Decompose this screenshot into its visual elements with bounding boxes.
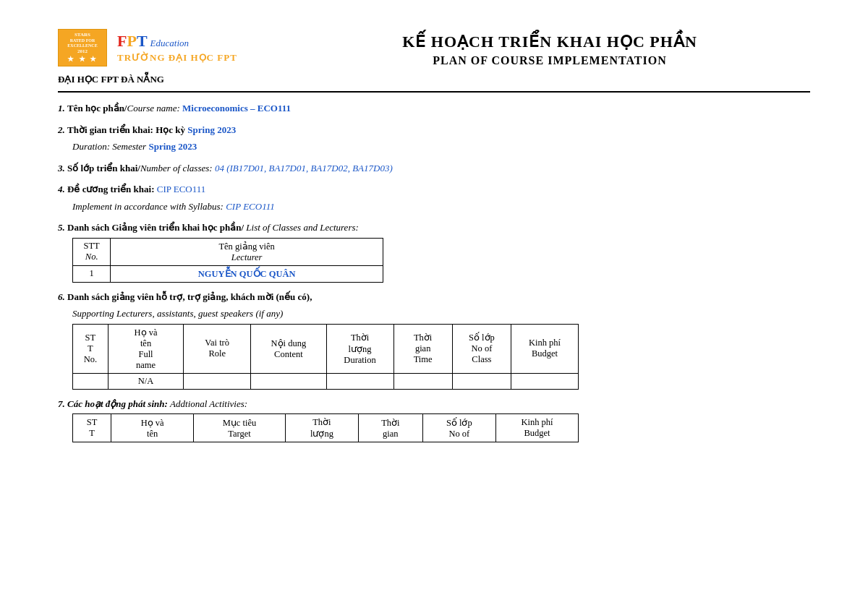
section-5-table-wrap: STT No. Tên giảng viên Lecturer 1 NGUYỄN… — [72, 238, 810, 283]
section-4-line1: 4. Đề cương triển khai: CIP ECO111 — [58, 182, 810, 197]
table-7: STT Họ vàtên Mục tiêuTarget Thờilượng Th… — [72, 413, 579, 442]
s4-num: 4. — [58, 184, 65, 194]
t6-r1-content — [251, 373, 327, 389]
table-5: STT No. Tên giảng viên Lecturer 1 NGUYỄN… — [72, 238, 383, 283]
s2-italic2: : Semester — [107, 141, 149, 152]
section-4-line2: Implement in accordance with Syllabus: C… — [72, 200, 810, 214]
s2-italic: Duration — [72, 141, 107, 152]
section-4: 4. Đề cương triển khai: CIP ECO111 Imple… — [58, 182, 810, 213]
s5-italic: List of Classes and Lecturers: — [244, 222, 359, 233]
s3-num: 3. — [58, 163, 65, 173]
t6-r1-time — [393, 373, 452, 389]
t6-h2: Họ vàtênFullname — [108, 324, 184, 373]
s4-italic: Implement in accordance with Syllabus: — [72, 201, 226, 212]
section-6-table-wrap: STTNo. Họ vàtênFullname Vai tròRole Nội … — [72, 324, 810, 390]
t6-r1-budget — [511, 373, 579, 389]
fpt-edu: Education — [150, 38, 189, 49]
section-1-line: 1. Tên học phần/Course name: Microeconom… — [58, 101, 810, 116]
main-title: KẾ HOẠCH TRIỂN KHAI HỌC PHẦN — [289, 32, 810, 53]
table-row: STT No. Tên giảng viên Lecturer — [73, 238, 383, 265]
t6-h8: Kinh phíBudget — [511, 324, 579, 373]
table-row-1: 1 NGUYỄN QUỐC QUÂN — [73, 265, 383, 282]
fpt-f: F — [117, 32, 127, 51]
s1-value: Microeconomics – ECO111 — [180, 103, 291, 113]
section-7-line: 7. Các hoạt động phát sinh: Addtional Ac… — [58, 397, 810, 411]
title-area: KẾ HOẠCH TRIỂN KHAI HỌC PHẦN PLAN OF COU… — [289, 29, 810, 67]
s1-bold: Tên học phần/ — [67, 103, 127, 113]
section-2-line2: Duration: Semester Spring 2023 — [72, 140, 810, 154]
fpt-logo: F P T Education TRƯỜNG ĐẠI HỌC FPT — [117, 32, 237, 64]
t6-h1: STTNo. — [73, 324, 109, 373]
s2-bold: Thời gian triển khai: Học kỳ — [67, 124, 187, 135]
s5-num: 5. — [58, 222, 65, 233]
section-3: 3. Số lớp triển khai/Number of classes: … — [58, 161, 810, 176]
s2-value1: Spring 2023 — [187, 124, 236, 135]
sub-title: PLAN OF COURSE IMPLEMENTATION — [289, 54, 810, 67]
s1-num: 1. — [58, 103, 65, 113]
truong-text: TRƯỜNG ĐẠI HỌC FPT — [117, 52, 237, 64]
t7-h5: Thờigian — [359, 414, 423, 442]
section-7-table-wrap: STT Họ vàtên Mục tiêuTarget Thờilượng Th… — [72, 413, 810, 442]
section-2-line1: 2. Thời gian triển khai: Học kỳ Spring 2… — [58, 123, 810, 137]
fpt-p: P — [127, 32, 136, 51]
s3-italic: Number of classes: — [140, 163, 213, 173]
section-5-line: 5. Danh sách Giảng viên triển khai học p… — [58, 220, 810, 235]
t7-h3: Mục tiêuTarget — [194, 414, 286, 442]
stars-sub: RATED FOR EXCELLENCE — [60, 38, 105, 48]
header: STARS RATED FOR EXCELLENCE 2012 ★ ★ ★ F … — [58, 29, 810, 85]
university-name: ĐẠI HỌC FPT ĐÀ NẴNG — [58, 74, 164, 85]
s6-bold: Danh sách giảng viên hỗ trợ, trợ giảng, … — [67, 291, 312, 302]
stars-label: STARS — [75, 32, 90, 38]
s2-value2: Spring 2023 — [148, 141, 197, 152]
section-3-line: 3. Số lớp triển khai/Number of classes: … — [58, 161, 810, 176]
t6-r1-class — [452, 373, 511, 389]
table-row-header: STT Họ vàtên Mục tiêuTarget Thờilượng Th… — [73, 414, 579, 442]
table5-row1-name: NGUYỄN QUỐC QUÂN — [111, 265, 383, 282]
s3-bold: Số lớp triển khai/ — [67, 163, 140, 173]
t6-h7: Số lớpNo ofClass — [452, 324, 511, 373]
stars-year: 2012 — [77, 48, 88, 54]
table-row-na: N/A — [73, 373, 579, 389]
logo-area: STARS RATED FOR EXCELLENCE 2012 ★ ★ ★ F … — [58, 29, 289, 85]
t7-h4: Thờilượng — [285, 414, 358, 442]
table-6: STTNo. Họ vàtênFullname Vai tròRole Nội … — [72, 324, 579, 390]
s5-bold: Danh sách Giảng viên triển khai học phần… — [67, 222, 244, 233]
t7-h2: Họ vàtên — [111, 414, 194, 442]
table5-h2: Tên giảng viên Lecturer — [111, 238, 383, 265]
t7-h7: Kinh phíBudget — [495, 414, 578, 442]
s6-italic: Supporting Lecturers, assistants, guest … — [72, 308, 283, 319]
t6-h5: ThờilượngDuration — [326, 324, 393, 373]
table-row-header: STTNo. Họ vàtênFullname Vai tròRole Nội … — [73, 324, 579, 373]
table5-row1-num: 1 — [73, 265, 111, 282]
s3-value: 04 (IB17D01, BA17D01, BA17D02, BA17D03) — [213, 163, 393, 173]
stars-badge: STARS RATED FOR EXCELLENCE 2012 ★ ★ ★ — [58, 29, 107, 67]
s1-italic: Course name: — [127, 103, 179, 113]
t7-h6: Số lớpNo of — [422, 414, 495, 442]
fpt-t: T — [137, 32, 148, 51]
s7-num: 7. — [58, 398, 65, 409]
t6-h6: ThờigianTime — [393, 324, 452, 373]
section-1: 1. Tên học phần/Course name: Microeconom… — [58, 101, 810, 116]
section-6: 6. Danh sách giảng viên hỗ trợ, trợ giản… — [58, 290, 810, 390]
section-6-line2: Supporting Lecturers, assistants, guest … — [72, 306, 810, 321]
header-divider — [58, 91, 810, 93]
section-7: 7. Các hoạt động phát sinh: Addtional Ac… — [58, 397, 810, 443]
t6-h3: Vai tròRole — [184, 324, 251, 373]
s2-num: 2. — [58, 124, 65, 135]
t6-r1-num — [73, 373, 109, 389]
section-2: 2. Thời gian triển khai: Học kỳ Spring 2… — [58, 123, 810, 154]
stars-dots: ★ ★ ★ — [67, 55, 98, 64]
table5-h1: STT No. — [73, 238, 111, 265]
s7-pre: Các hoạt động phát sinh: — [67, 398, 170, 409]
t6-r1-name: N/A — [108, 373, 184, 389]
logo-images: STARS RATED FOR EXCELLENCE 2012 ★ ★ ★ F … — [58, 29, 237, 67]
s4-bold: Đề cương triển khai: — [67, 184, 157, 194]
section-5: 5. Danh sách Giảng viên triển khai học p… — [58, 220, 810, 283]
section-6-line1: 6. Danh sách giảng viên hỗ trợ, trợ giản… — [58, 290, 810, 304]
t7-h1: STT — [73, 414, 111, 442]
t6-h4: Nội dungContent — [251, 324, 327, 373]
s6-num: 6. — [58, 291, 65, 302]
t6-r1-duration — [326, 373, 393, 389]
s7-italic: Addtional Actitivies: — [170, 398, 247, 409]
t6-r1-role — [184, 373, 251, 389]
